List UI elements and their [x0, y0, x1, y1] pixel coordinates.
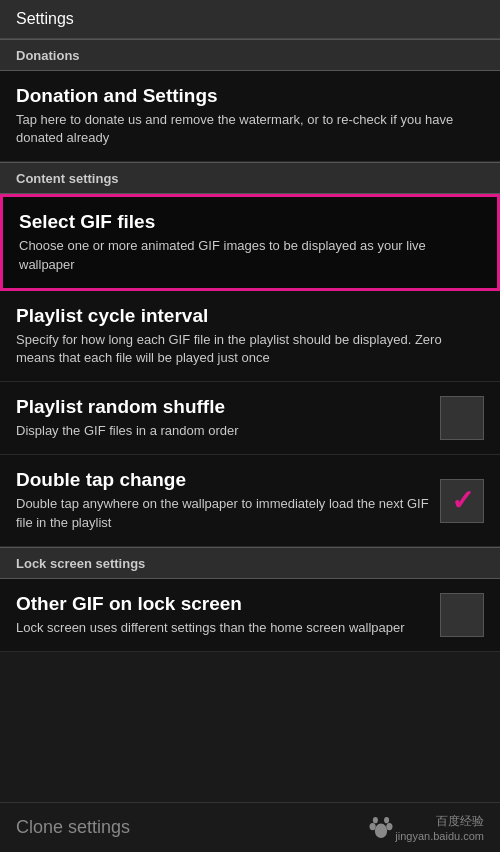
setting-desc-other-gif-lock: Lock screen uses different settings than… — [16, 619, 430, 637]
setting-title-other-gif-lock: Other GIF on lock screen — [16, 593, 430, 615]
setting-item-content: Playlist cycle intervalSpecify for how l… — [16, 305, 484, 367]
clone-settings-label[interactable]: Clone settings — [16, 817, 130, 838]
checkbox-playlist-shuffle[interactable] — [440, 396, 484, 440]
section-header: Content settings — [0, 162, 500, 194]
setting-title-double-tap: Double tap change — [16, 469, 430, 491]
setting-item-content: Other GIF on lock screenLock screen uses… — [16, 593, 440, 637]
baidu-branding: 百度经验 jingyan.baidu.com — [361, 813, 484, 842]
setting-item-select-gif[interactable]: Select GIF filesChoose one or more anima… — [0, 194, 500, 290]
setting-desc-double-tap: Double tap anywhere on the wallpaper to … — [16, 495, 430, 531]
svg-point-4 — [384, 817, 389, 823]
setting-item-content: Playlist random shuffleDisplay the GIF f… — [16, 396, 440, 440]
setting-item-playlist-cycle[interactable]: Playlist cycle intervalSpecify for how l… — [0, 291, 500, 382]
baidu-url: jingyan.baidu.com — [395, 830, 484, 842]
page-title: Settings — [16, 10, 74, 27]
section-header-text: Content settings — [16, 171, 119, 186]
section-header-text: Donations — [16, 48, 80, 63]
section-header: Donations — [0, 39, 500, 71]
settings-content: DonationsDonation and SettingsTap here t… — [0, 39, 500, 652]
setting-desc-select-gif: Choose one or more animated GIF images t… — [19, 237, 471, 273]
setting-item-content: Donation and SettingsTap here to donate … — [16, 85, 484, 147]
footer: Clone settings 百度经验 jingyan.baidu.com — [0, 802, 500, 852]
setting-item-donation[interactable]: Donation and SettingsTap here to donate … — [0, 71, 500, 162]
setting-desc-playlist-shuffle: Display the GIF files in a random order — [16, 422, 430, 440]
setting-desc-donation: Tap here to donate us and remove the wat… — [16, 111, 474, 147]
top-bar: Settings — [0, 0, 500, 39]
baidu-name: 百度经验 — [436, 813, 484, 830]
svg-point-1 — [370, 822, 376, 829]
checkbox-double-tap[interactable] — [440, 479, 484, 523]
checkbox-other-gif-lock[interactable] — [440, 593, 484, 637]
setting-item-double-tap[interactable]: Double tap changeDouble tap anywhere on … — [0, 455, 500, 546]
setting-item-content: Select GIF filesChoose one or more anima… — [19, 211, 481, 273]
setting-title-playlist-shuffle: Playlist random shuffle — [16, 396, 430, 418]
section-header: Lock screen settings — [0, 547, 500, 579]
setting-desc-playlist-cycle: Specify for how long each GIF file in th… — [16, 331, 474, 367]
setting-title-select-gif: Select GIF files — [19, 211, 471, 233]
svg-point-3 — [373, 817, 378, 823]
setting-item-playlist-shuffle[interactable]: Playlist random shuffleDisplay the GIF f… — [0, 382, 500, 455]
setting-item-content: Double tap changeDouble tap anywhere on … — [16, 469, 440, 531]
svg-point-0 — [375, 823, 387, 838]
setting-title-playlist-cycle: Playlist cycle interval — [16, 305, 474, 327]
section-header-text: Lock screen settings — [16, 556, 145, 571]
baidu-icon — [367, 814, 395, 842]
baidu-text: 百度经验 jingyan.baidu.com — [395, 813, 484, 842]
svg-point-2 — [387, 822, 393, 829]
setting-item-other-gif-lock[interactable]: Other GIF on lock screenLock screen uses… — [0, 579, 500, 652]
setting-title-donation: Donation and Settings — [16, 85, 474, 107]
